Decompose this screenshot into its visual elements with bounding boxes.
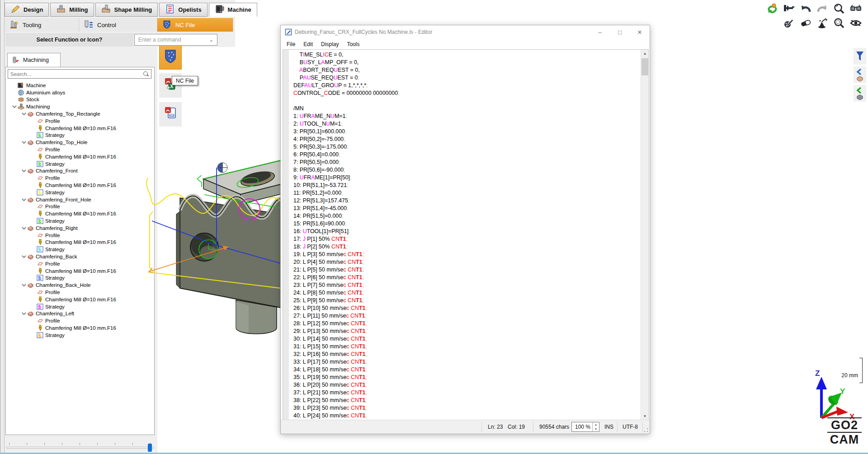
subtab-nc-file[interactable]: NC File [157,18,233,32]
chevron-down-icon[interactable] [21,310,27,317]
magic-wand-icon[interactable] [816,17,828,29]
ribbon-tab-opelists[interactable]: Opelists [159,3,207,17]
tree-search-box[interactable] [8,69,151,79]
tree-item-profile[interactable]: Profile [6,146,154,153]
tree-item-profile[interactable]: Profile [6,232,154,239]
tree-item-chamfering-top-rectangle[interactable]: Chamfering_Top_Rectangle [6,110,154,117]
redo-icon[interactable] [816,2,828,14]
menu-display[interactable]: Display [317,41,343,47]
tree-item-chamfering-mill-10-mm-f16[interactable]: Chamfering Mill Ø=10 mm.F16 [6,125,154,132]
tree-item-stock[interactable]: Stock [6,96,154,103]
search-input[interactable] [8,71,143,77]
scroll-down-icon[interactable]: ▼ [641,412,649,420]
zoom-spinner[interactable]: 100 % ▲▼ [571,422,599,432]
tree-item-strategy[interactable]: Strategy [6,160,154,168]
tree-item-chamfering-front[interactable]: Chamfering_Front [6,168,154,175]
chevron-down-icon[interactable] [21,282,27,288]
nc-file-button[interactable] [159,45,182,70]
subtab-tooling[interactable]: Tooling [5,18,79,32]
tree-item-chamfering-mill-10-mm-f16[interactable]: Chamfering Mill Ø=10 mm.F16 [6,267,154,275]
tree-item-strategy[interactable]: Strategy [6,217,154,225]
tree-item-chamfering-front-hole[interactable]: Chamfering_Front_Hole [6,196,154,203]
ribbon-tab-design[interactable]: Design [5,3,49,17]
operation-icon [27,139,34,145]
next-part-icon[interactable] [854,85,866,102]
command-combobox[interactable]: Enter a command ⌄ [134,34,217,46]
view-glasses-icon[interactable] [849,2,862,14]
tree-item-profile[interactable]: Profile [6,117,154,125]
chevron-down-icon[interactable] [11,103,18,110]
tree-item-chamfering-back[interactable]: Chamfering_Back [6,253,154,260]
chevron-down-icon[interactable] [21,139,27,145]
editor-titlebar[interactable]: Deburing_Fanuc_CRX_FullCycles No Machine… [281,25,650,39]
spin-up-icon[interactable]: ▲ [593,422,599,427]
code-line: 29: L P[13] 50 mm/sec CNT1; [293,328,641,335]
tree-item-chamfering-mill-10-mm-f16[interactable]: Chamfering Mill Ø=10 mm.F16 [6,296,154,303]
menu-edit[interactable]: Edit [299,41,317,47]
filter-icon[interactable] [854,48,866,65]
previous-part-icon[interactable] [854,66,866,83]
resize-grip[interactable] [644,428,648,432]
eraser-icon[interactable] [799,17,811,29]
menu-tools[interactable]: Tools [343,41,363,47]
panel-splitter[interactable] [0,0,5,454]
tree-item-machining[interactable]: Machining [6,103,154,110]
tree-item-chamfering-mill-10-mm-f16[interactable]: Chamfering Mill Ø=10 mm.F16 [6,324,154,332]
sync-icon[interactable] [766,2,778,14]
tree-item-profile[interactable]: Profile [6,203,154,211]
zoom-icon[interactable] [833,2,845,14]
tree-item-chamfering-mill-10-mm-f16[interactable]: Chamfering Mill Ø=10 mm.F16 [6,182,154,189]
zoom-window-icon[interactable] [833,17,845,29]
tree-item-strategy[interactable]: Strategy [6,332,154,339]
tree-item-strategy[interactable]: Strategy [6,132,154,139]
scroll-up-icon[interactable]: ▲ [641,50,649,57]
slider-thumb[interactable] [148,444,152,452]
tree-item-profile[interactable]: Profile [6,260,154,267]
tree-item-machine[interactable]: Machine [6,82,154,89]
tree-item-strategy[interactable]: Strategy [6,303,154,310]
code-lines[interactable]: TIME_SLICE = 0, BUSY_LAMP_OFF = 0, ABORT… [289,51,641,420]
tree-item-aluminium-alloys[interactable]: Aluminium alloys [6,89,154,96]
tree-item-strategy[interactable]: Strategy [6,189,154,196]
chevron-down-icon[interactable] [21,197,27,203]
tab-machining[interactable]: Machining [7,53,61,67]
ribbon-tab-machine[interactable]: Machine [209,3,257,17]
subtab-control[interactable]: Control [79,18,157,32]
tree-item-chamfering-back-hole[interactable]: Chamfering_Back_Hole [6,281,154,289]
menu-file[interactable]: File [283,41,299,47]
spin-down-icon[interactable]: ▼ [593,427,599,431]
tree-item-chamfering-right[interactable]: Chamfering_Right [6,225,154,232]
scrollbar-thumb[interactable] [642,58,648,75]
maximize-button[interactable]: □ [610,25,630,39]
editor-window[interactable]: Deburing_Fanuc_CRX_FullCycles No Machine… [280,25,650,434]
tree-item-chamfering-mill-10-mm-f16[interactable]: Chamfering Mill Ø=10 mm.F16 [6,153,154,160]
minimize-button[interactable]: – [590,25,610,39]
tree-item-chamfering-left[interactable]: Chamfering_Left [6,310,154,318]
chevron-down-icon[interactable]: ⌄ [209,37,213,43]
tree-item-profile[interactable]: Profile [6,174,154,182]
tree-item-chamfering-mill-10-mm-f16[interactable]: Chamfering Mill Ø=10 mm.F16 [6,239,154,246]
tree-zoom-slider[interactable] [6,442,154,453]
chevron-down-icon[interactable] [21,253,27,260]
tree-item-profile[interactable]: Profile [6,317,154,324]
editor-scrollbar[interactable]: ▲ ▼ [641,50,648,420]
tree-item-strategy[interactable]: Strategy [6,275,154,282]
tree-item-profile[interactable]: Profile [6,289,154,296]
close-button[interactable]: ✕ [630,25,650,39]
measure-icon[interactable] [783,2,795,14]
ribbon-tab-shape-milling[interactable]: Shape Milling [95,3,158,17]
slider-track[interactable] [6,447,154,449]
chevron-down-icon[interactable] [21,111,27,117]
tree-item-chamfering-mill-10-mm-f16[interactable]: Chamfering Mill Ø=10 mm.F16 [6,210,154,217]
undo-icon[interactable] [799,2,811,14]
chevron-down-icon[interactable] [21,225,27,231]
editor-menubar: FileEditDisplayTools [281,39,650,49]
report-pdf-button[interactable] [159,102,182,126]
chevron-down-icon[interactable] [21,168,27,174]
ribbon-tab-milling[interactable]: Milling [50,3,94,17]
customize-icon[interactable] [783,17,795,29]
tree-item-chamfering-top-hole[interactable]: Chamfering_Top_Hole [6,139,154,146]
editor-code-area[interactable]: TIME_SLICE = 0, BUSY_LAMP_OFF = 0, ABORT… [283,49,649,421]
tree-item-strategy[interactable]: Strategy [6,246,154,253]
visibility-icon[interactable] [849,17,862,29]
